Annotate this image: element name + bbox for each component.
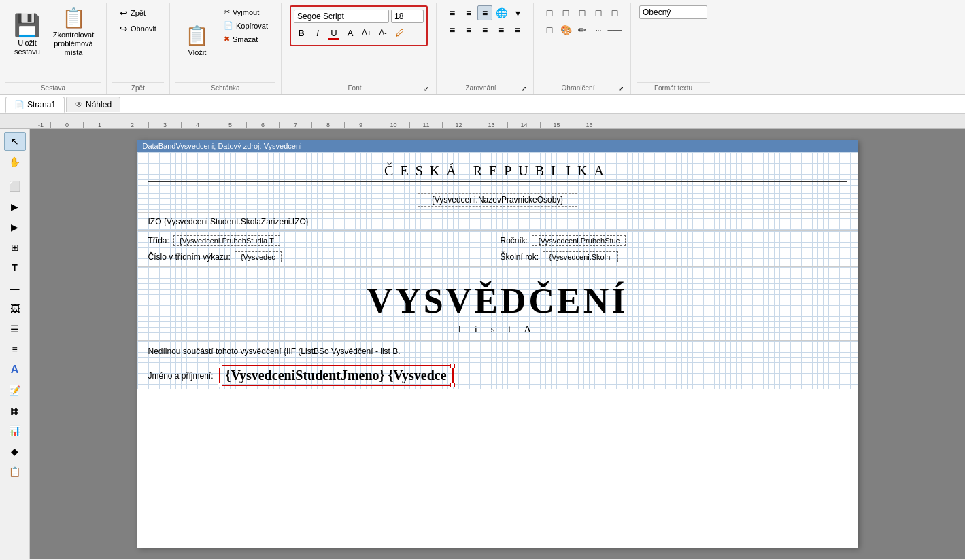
- font-selector-box: Segoe Script 18 B I U A A+ A- 🖊: [290, 5, 428, 46]
- align-center-bottom-button[interactable]: ≡: [461, 22, 476, 37]
- border-btn-4[interactable]: □: [591, 5, 606, 20]
- border-btn-2[interactable]: □: [558, 5, 573, 20]
- text-tool[interactable]: T: [4, 258, 26, 277]
- highlight-button[interactable]: 🖊: [392, 25, 407, 40]
- strana1-tab-icon: 📄: [14, 100, 24, 109]
- ribbon-group-sestava: 💾 Uložit sestavu 📋 Zkontrolovat problémo…: [0, 3, 107, 94]
- subreport-tool[interactable]: 📋: [4, 462, 26, 481]
- font-shrink-button[interactable]: A-: [375, 25, 390, 40]
- save-icon: 💾: [14, 14, 41, 36]
- align-left-top-button[interactable]: ≡: [445, 5, 460, 20]
- cislo-label: Číslo v třídním výkazu:: [148, 252, 231, 262]
- barcode-tool[interactable]: ▦: [4, 401, 26, 420]
- canvas-area[interactable]: DataBandVysvedceni; Datový zdroj: Vysved…: [30, 129, 965, 559]
- border-dash-btn[interactable]: ···: [591, 22, 606, 37]
- kopirovat-button[interactable]: 📄 Kopírovat: [219, 19, 273, 32]
- zkontrolovat-button[interactable]: 📋 Zkontrolovat problémová místa: [49, 5, 98, 61]
- ribbon-group-zpet: ↩ Zpět ↪ Obnovit Zpět: [107, 3, 170, 94]
- underline-button[interactable]: U: [326, 25, 341, 40]
- jmeno-label: Jméno a příjmení:: [148, 371, 214, 381]
- format-textu-select[interactable]: Obecný: [639, 5, 707, 19]
- main-title-section: VYSVĚDČENÍ l i s t A: [137, 267, 858, 341]
- zkontrolovat-label: Zkontrolovat problémová místa: [52, 31, 95, 58]
- tab-nahled[interactable]: 👁 Náhled: [66, 97, 120, 112]
- line-tool[interactable]: —: [4, 279, 26, 298]
- align-left-bottom-button[interactable]: ≡: [445, 22, 460, 37]
- zpet-group-label: Zpět: [112, 82, 164, 94]
- font-expand-icon[interactable]: ⤢: [422, 85, 430, 92]
- tool-sidebar: ↖ ✋ ⬜ ▶ ▶ ⊞ T — 🖼 ☰ ≡ A 📝 ▦ 📊 ◆ 📋: [0, 129, 30, 559]
- align-dist-button[interactable]: ≡: [494, 22, 509, 37]
- border-style-btn[interactable]: □: [542, 22, 557, 37]
- nedilnou-section: Nedílnou součástí tohoto vysvědčení {IIF…: [137, 341, 858, 362]
- tab-strana1[interactable]: 📄 Strana1: [5, 97, 65, 113]
- align-globe-button[interactable]: 🌐: [494, 5, 509, 20]
- trida-value: {Vysvedceni.PrubehStudia.T: [173, 235, 280, 246]
- izo-section: IZO {Vysvedceni.Student.SkolaZarizeni.IZ…: [137, 213, 858, 231]
- border-btn-3[interactable]: □: [575, 5, 590, 20]
- table-tool[interactable]: ⊞: [4, 238, 26, 257]
- cut-icon: ✂: [224, 7, 230, 16]
- zarovnani-expand-icon[interactable]: ⤢: [520, 85, 528, 92]
- obnovit-button[interactable]: ↪ Obnovit: [115, 21, 161, 36]
- zarovnani-group-label: Zarovnání: [442, 83, 520, 94]
- ulozit-sestavu-button[interactable]: 💾 Uložit sestavu: [8, 5, 46, 60]
- ribbon-group-schranky: 📋 Vložit ✂ Vyjmout 📄 Kopírovat ✖ Smazat …: [170, 3, 282, 94]
- italic-button[interactable]: I: [310, 25, 325, 40]
- font-grow-button[interactable]: A+: [359, 25, 374, 40]
- ohraniceni-expand-icon[interactable]: ⤢: [617, 85, 625, 92]
- vlozit-button[interactable]: 📋 Vložit: [178, 5, 216, 60]
- nedilnou-text: Nedílnou součástí tohoto vysvědčení {IIF…: [148, 347, 401, 356]
- select-tool[interactable]: ⬜: [4, 177, 26, 196]
- font-size-select[interactable]: 18: [391, 10, 424, 23]
- chart-tool[interactable]: 📊: [4, 421, 26, 440]
- vyjmout-label: Vyjmout: [233, 8, 259, 16]
- font-color-button[interactable]: A: [343, 25, 358, 40]
- rocnik-label: Ročník:: [501, 236, 528, 245]
- jmeno-section: Jméno a příjmení: {VysvedceniStudentJmen…: [137, 362, 858, 389]
- image-tool[interactable]: 🖼: [4, 299, 26, 318]
- border-pen-btn[interactable]: ✏: [575, 22, 590, 37]
- ulozit-label: Uložit sestavu: [12, 39, 43, 56]
- a-tool[interactable]: A: [4, 360, 26, 379]
- trida-label: Třída:: [148, 236, 169, 245]
- border-btn-5[interactable]: □: [607, 5, 622, 20]
- delete-icon: ✖: [224, 35, 230, 43]
- shape-tool[interactable]: ◆: [4, 442, 26, 461]
- zpet-button[interactable]: ↩ Zpět: [115, 5, 161, 20]
- jmeno-value: {VysvedceniStudentJmeno} {Vysvedce: [226, 368, 447, 383]
- ribbon-group-font: Segoe Script 18 B I U A A+ A- 🖊 Fo: [282, 3, 437, 94]
- bold-button[interactable]: B: [294, 25, 309, 40]
- align-dropdown-button[interactable]: ▾: [510, 5, 525, 20]
- richtext-tool[interactable]: 📝: [4, 381, 26, 400]
- align-center-top-button[interactable]: ≡: [461, 5, 476, 20]
- pointer-tool[interactable]: ↖: [4, 132, 26, 151]
- border-fill-btn[interactable]: 🎨: [558, 22, 573, 37]
- zpet-label: Zpět: [131, 9, 146, 17]
- align-justify-button[interactable]: ≡: [477, 22, 492, 37]
- ruler: -1 0 1 2 3 4 5 6 7 8 9 10 11 12 13 14 15…: [0, 114, 965, 129]
- rocnik-value: {Vysvedceni.PrubehStuc: [532, 235, 626, 246]
- data-band-label: DataBandVysvedceni; Datový zdroj: Vysved…: [143, 142, 302, 150]
- main-area: ↖ ✋ ⬜ ▶ ▶ ⊞ T — 🖼 ☰ ≡ A 📝 ▦ 📊 ◆ 📋 DataBa…: [0, 129, 965, 559]
- izo-field: IZO {Vysvedceni.Student.SkolaZarizeni.IZ…: [148, 217, 309, 226]
- font-name-select[interactable]: Segoe Script: [294, 10, 389, 23]
- align-right-top-button[interactable]: ≡: [477, 5, 492, 20]
- handle-br: [450, 383, 455, 387]
- align-extra-button[interactable]: ≡: [510, 22, 525, 37]
- jmeno-selected-field[interactable]: {VysvedceniStudentJmeno} {Vysvedce: [219, 365, 454, 386]
- smazat-button[interactable]: ✖ Smazat: [219, 33, 273, 46]
- hand-tool[interactable]: ✋: [4, 152, 26, 171]
- arrow-right-tool[interactable]: ▶: [4, 197, 26, 216]
- vyjmout-button[interactable]: ✂ Vyjmout: [219, 5, 273, 18]
- cislo-value: {Vysvedec: [235, 251, 282, 262]
- border-btn-1[interactable]: □: [542, 5, 557, 20]
- border-line-btn[interactable]: ───: [607, 22, 622, 37]
- list2-tool[interactable]: ≡: [4, 340, 26, 359]
- skolni-rok-value: {Vysvedceni.Skolni: [543, 251, 618, 262]
- main-subtitle: l i s t A: [148, 323, 847, 335]
- list-tool[interactable]: ☰: [4, 319, 26, 338]
- main-title: VYSVĚDČENÍ: [148, 281, 847, 321]
- arrow-right2-tool[interactable]: ▶: [4, 217, 26, 237]
- ribbon-group-zarovnani: ≡ ≡ ≡ 🌐 ▾ ≡ ≡ ≡ ≡ ≡ Zarovnání ⤢: [437, 3, 534, 94]
